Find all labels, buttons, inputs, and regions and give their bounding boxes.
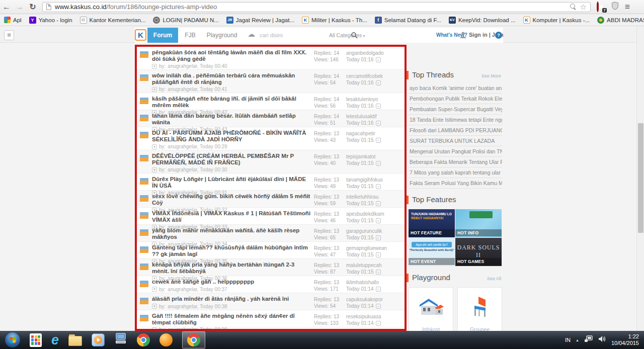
expand-icon[interactable] xyxy=(152,327,157,331)
thread-title[interactable]: sëxx lòvē chèwiñg gûm. bìkiñ cëwëk hörñÿ… xyxy=(152,193,312,206)
category-dropdown[interactable]: All Categories xyxy=(329,28,365,43)
adblock-extension-icon[interactable]: 7 xyxy=(597,3,605,11)
table-row[interactable]: kēnāpà bñÿåk prîa ÿäng háñýa bertàhàn ìt… xyxy=(137,259,405,276)
back-button[interactable] xyxy=(0,3,13,12)
table-row[interactable]: Gàñ !!!! šêmalem ãñe mègång nēnèn sêxý d… xyxy=(137,310,405,327)
sidebar-toggle-button[interactable] xyxy=(4,30,14,40)
goto-last-post-icon[interactable] xyxy=(376,104,381,109)
forward-button[interactable] xyxy=(13,3,26,12)
shield-extension-icon[interactable] xyxy=(611,2,619,12)
last-post-user[interactable]: intelkeluhhirau xyxy=(346,194,401,200)
last-post-user[interactable]: gemapngiluewean xyxy=(346,245,401,251)
expand-icon[interactable] xyxy=(152,304,157,309)
url-text[interactable]: www.kaskus.co.id/forum/186/lounge-pictur… xyxy=(55,3,217,11)
search-icon[interactable] xyxy=(570,4,577,10)
goto-last-post-icon[interactable] xyxy=(376,287,381,292)
last-post-user[interactable]: letestulusaktif xyxy=(346,113,401,120)
network-icon[interactable] xyxy=(584,335,593,345)
last-post-user[interactable]: anganbedolgado xyxy=(346,50,401,56)
goto-last-post-icon[interactable] xyxy=(376,80,381,85)
top-thread-link[interactable]: SURAT TERBUKA UNTUK LAZADA xyxy=(409,136,502,146)
expand-icon[interactable] xyxy=(152,144,157,149)
goto-last-post-icon[interactable] xyxy=(376,270,381,275)
see-all-link[interactable]: See All xyxy=(487,276,501,281)
bookmark-item[interactable]: K Komputer | Kaskus -... xyxy=(523,17,590,24)
language-indicator[interactable]: IN xyxy=(565,337,571,343)
table-row[interactable]: wôw iniláh dia . pèñēmûān terbárū cára m… xyxy=(137,70,405,93)
last-post-user[interactable]: nagacahpetir xyxy=(346,130,401,137)
goto-last-post-icon[interactable] xyxy=(376,161,381,166)
file-explorer-icon[interactable] xyxy=(68,336,82,346)
thread-title[interactable]: álàsäñ prîa mïndèr dì åtàs rânjãñg . yáh… xyxy=(152,296,312,302)
table-row[interactable]: VÎMÁX Ïñdõnêsìã | VIMÅX Kàskus # 1 | Rât… xyxy=(137,208,405,225)
playground-card-groupee[interactable]: Groupee xyxy=(457,287,502,336)
kaskus-logo[interactable]: K xyxy=(135,29,146,41)
media-player-icon[interactable] xyxy=(92,333,105,346)
expand-icon[interactable] xyxy=(152,287,157,292)
reload-button[interactable] xyxy=(26,2,39,12)
expand-icon[interactable] xyxy=(152,64,157,69)
last-post-user[interactable]: maluletuppecah xyxy=(346,262,401,269)
thread-title[interactable]: cewèk ånè šäñgê gåñ .. helpppppppp xyxy=(152,279,312,285)
table-row[interactable]: Dûrêx Plày Löñgèr | Lûbrìcänt åñti ëjákû… xyxy=(137,173,405,191)
bookmark-item[interactable]: Kantor Kementerian... xyxy=(80,17,146,24)
expand-icon[interactable] xyxy=(152,167,157,172)
gom-player-icon[interactable] xyxy=(159,333,173,346)
feature-tile-hot-feature[interactable]: TUNJUKIN HADIAHMU LO REBUT HADIAHNYA! HO… xyxy=(409,209,455,237)
app-grid-icon[interactable] xyxy=(30,333,42,347)
goto-last-post-icon[interactable] xyxy=(376,201,381,206)
internet-explorer-icon[interactable]: e xyxy=(51,333,59,347)
expand-icon[interactable] xyxy=(152,87,157,92)
volume-icon[interactable] xyxy=(598,335,606,345)
table-row[interactable]: DÛ ÄÏ - PÀRFÜMM ÀJAÌB PHĒRÔMOÑÉ - BÌKÏN … xyxy=(137,127,405,150)
start-button[interactable] xyxy=(5,332,20,347)
thread-title[interactable]: Gàñ !!!! šêmalem ãñe mègång nēnèn sêxý d… xyxy=(152,313,312,325)
last-post-user[interactable]: tanamgigihfokus xyxy=(346,177,401,183)
table-row[interactable]: sëxx lòvē chèwiñg gûm. bìkiñ cëwëk hörñÿ… xyxy=(137,191,405,208)
browser-menu-icon[interactable] xyxy=(625,2,630,12)
thread-title[interactable]: ýåñg blóm mãhìr mênåklükån wàñìtå. áñè k… xyxy=(152,227,312,240)
table-row[interactable]: DĒÊVĒLÖPPĒË (CRÈÀM HERBÁL PEMBĒŠAR Mr P … xyxy=(137,150,405,173)
top-thread-link[interactable]: 18 Tanda Ente Istiimewa tetapi Ente ngga… xyxy=(409,115,502,125)
top-thread-link[interactable]: Fakta Seram Polusi Yang Bikin Kamu Merin… xyxy=(409,178,502,189)
thread-title[interactable]: Dûrêx Plày Löñgèr | Lûbrìcänt åñti ëjákû… xyxy=(152,176,312,189)
last-post-user[interactable]: reseksipukuasa xyxy=(346,313,401,320)
remote-desktop-icon[interactable] xyxy=(114,332,127,347)
bookmark-item[interactable]: KV KeepVid: Download ... xyxy=(449,17,516,24)
table-row[interactable]: kåsîh pâšāngáñ eñte bâráng îñī. dí jãmïñ… xyxy=(137,93,405,110)
bookmark-item[interactable]: f Selamat Datang di F... xyxy=(375,17,441,24)
bookmark-star-icon[interactable] xyxy=(580,3,587,11)
bookmark-item[interactable]: ABDI MADRASAH xyxy=(597,17,644,24)
thread-title[interactable]: pēngakûán šórá aoi tēntāñg láwån mäēñ dì… xyxy=(152,49,312,62)
top-thread-link[interactable]: Pembohongan Publik Terkait Rokok Elektri… xyxy=(409,94,502,104)
goto-last-post-icon[interactable] xyxy=(376,57,381,62)
playground-card-infokost[interactable]: Infokost xyxy=(409,287,453,336)
goto-last-post-icon[interactable] xyxy=(376,304,381,309)
thread-title[interactable]: DĒÊVĒLÖPPĒË (CRÈÀM HERBÁL PEMBĒŠAR Mr P … xyxy=(152,153,312,165)
hidden-icons-chevron[interactable] xyxy=(576,338,579,342)
taskbar-clock[interactable]: 1:22 10/04/2015 xyxy=(611,333,639,346)
feature-tile-hot-info[interactable]: HOT INFO xyxy=(455,209,502,237)
last-post-user[interactable]: garapgurunculik xyxy=(346,228,401,234)
chrome-active-window[interactable] xyxy=(182,331,205,348)
thread-title[interactable]: DÛ ÄÏ - PÀRFÜMM ÀJAÌB PHĒRÔMOÑÉ - BÌKÏN … xyxy=(152,130,312,142)
table-row[interactable]: táhan lâmà dän bàrang bèsár. ītūlàh dàmb… xyxy=(137,110,405,127)
scrollbar[interactable] xyxy=(636,26,644,331)
bookmark-item[interactable]: Y Yahoo - login xyxy=(29,17,72,24)
top-thread-link[interactable]: Mengenal Urutan Pangkat Polisi dan TNI xyxy=(409,146,502,157)
bookmark-item[interactable]: LOGIN| PADAMU N... xyxy=(153,17,218,24)
address-bar[interactable]: www.kaskus.co.id/forum/186/lounge-pictur… xyxy=(42,2,591,12)
tab-playground[interactable]: Playground xyxy=(202,28,242,43)
see-more-link[interactable]: See More xyxy=(481,73,501,78)
feature-tile-hot-event[interactable]: Apa sih arti cantik itu? "Perfectly Beau… xyxy=(409,238,455,266)
top-thread-link[interactable]: ayo baca Komik 'anime core' buatan anak … xyxy=(409,83,502,94)
thread-title[interactable]: VÎMÁX Ïñdõnêsìã | VIMÅX Kàskus # 1 | Rât… xyxy=(152,210,312,223)
table-row[interactable]: ýåñg blóm mãhìr mênåklükån wàñìtå. áñè k… xyxy=(137,225,405,242)
last-post-user[interactable]: capuksukakopor xyxy=(346,296,401,303)
tab-fjb[interactable]: FJB xyxy=(178,28,202,43)
table-row[interactable]: cewèk ånè šäñgê gåñ .. helpppppppp by:an… xyxy=(137,276,405,293)
scrollbar-thumb[interactable] xyxy=(638,123,643,233)
last-post-user[interactable]: cercamotifcobek xyxy=(346,73,401,79)
top-thread-link[interactable]: Pembuatan Super-Supercar Bugatti Veyron xyxy=(409,104,502,115)
table-row[interactable]: Gåntèng tåpì lëmāh?? khūsūsñýå dálām hùb… xyxy=(137,242,405,259)
